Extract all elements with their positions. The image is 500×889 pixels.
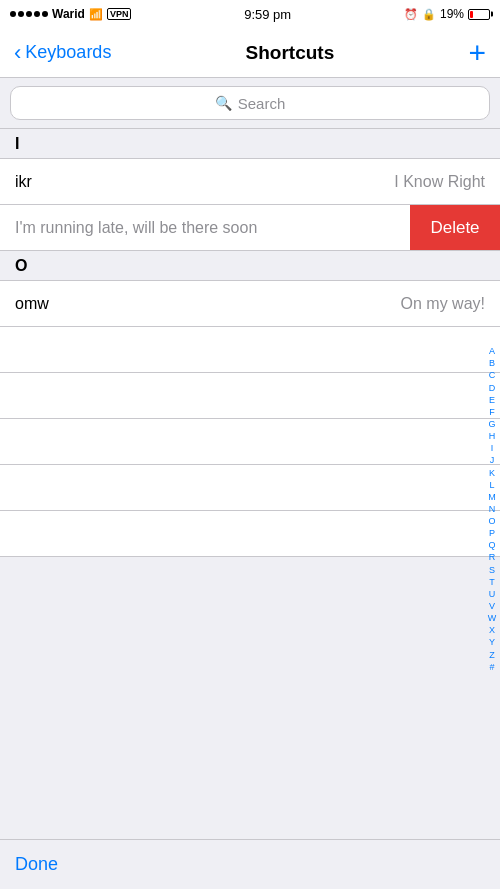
alpha-V[interactable]: V — [489, 600, 495, 612]
signal-dots — [10, 11, 48, 17]
alpha-X[interactable]: X — [489, 624, 495, 636]
status-bar: Warid 📶 VPN 9:59 pm ⏰ 🔒 19% — [0, 0, 500, 28]
empty-row — [0, 465, 500, 511]
battery-icon — [468, 9, 490, 20]
alpha-K[interactable]: K — [489, 467, 495, 479]
page-title: Shortcuts — [246, 42, 335, 64]
alpha-M[interactable]: M — [488, 491, 496, 503]
phrase-text: I Know Right — [394, 173, 485, 191]
shortcut-text: omw — [15, 295, 49, 313]
alpha-Y[interactable]: Y — [489, 636, 495, 648]
alpha-B[interactable]: B — [489, 357, 495, 369]
status-left: Warid 📶 VPN — [10, 7, 131, 21]
alpha-G[interactable]: G — [488, 418, 495, 430]
delete-row: I'm running late, will be there soon Del… — [0, 205, 500, 251]
search-box[interactable]: 🔍 Search — [10, 86, 490, 120]
status-time: 9:59 pm — [244, 7, 291, 22]
signal-dot — [42, 11, 48, 17]
shortcut-text: ikr — [15, 173, 32, 191]
main-content: 🔍 Search I ikr I Know Right I'm running … — [0, 78, 500, 889]
alpha-Z[interactable]: Z — [489, 649, 495, 661]
empty-row — [0, 419, 500, 465]
chevron-left-icon: ‹ — [14, 40, 21, 66]
section-header-o: O — [0, 251, 500, 281]
shortcuts-list: I ikr I Know Right I'm running late, wil… — [0, 129, 500, 889]
phrase-text: On my way! — [401, 295, 485, 313]
alpha-L[interactable]: L — [489, 479, 494, 491]
signal-dot — [18, 11, 24, 17]
battery-fill — [470, 11, 473, 18]
alpha-D[interactable]: D — [489, 382, 496, 394]
alpha-S[interactable]: S — [489, 564, 495, 576]
alpha-A[interactable]: A — [489, 345, 495, 357]
vpn-badge: VPN — [107, 8, 132, 20]
alpha-I[interactable]: I — [491, 442, 494, 454]
alpha-P[interactable]: P — [489, 527, 495, 539]
signal-dot — [34, 11, 40, 17]
empty-row — [0, 511, 500, 557]
alpha-hash[interactable]: # — [489, 661, 494, 673]
alpha-N[interactable]: N — [489, 503, 496, 515]
empty-row — [0, 327, 500, 373]
back-button[interactable]: ‹ Keyboards — [14, 40, 111, 66]
search-icon: 🔍 — [215, 95, 232, 111]
section-header-i: I — [0, 129, 500, 159]
search-placeholder: Search — [238, 95, 286, 112]
alarm-icon: ⏰ — [404, 8, 418, 21]
shortcut-swipe-text: I'm running late, will be there soon — [0, 219, 410, 237]
carrier-label: Warid — [52, 7, 85, 21]
lock-icon: 🔒 — [422, 8, 436, 21]
back-label: Keyboards — [25, 42, 111, 63]
list-item[interactable]: omw On my way! — [0, 281, 500, 327]
alpha-C[interactable]: C — [489, 369, 496, 381]
signal-dot — [10, 11, 16, 17]
empty-row — [0, 373, 500, 419]
alpha-E[interactable]: E — [489, 394, 495, 406]
wifi-icon: 📶 — [89, 8, 103, 21]
battery-pct: 19% — [440, 7, 464, 21]
alpha-Q[interactable]: Q — [488, 539, 495, 551]
signal-dot — [26, 11, 32, 17]
alpha-F[interactable]: F — [489, 406, 495, 418]
list-item[interactable]: ikr I Know Right — [0, 159, 500, 205]
alpha-W[interactable]: W — [488, 612, 497, 624]
alpha-R[interactable]: R — [489, 551, 496, 563]
alphabet-index: A B C D E F G H I J K L M N O P Q R S T … — [484, 129, 500, 889]
done-button[interactable]: Done — [15, 854, 58, 875]
add-button[interactable]: + — [468, 38, 486, 68]
alpha-O[interactable]: O — [488, 515, 495, 527]
nav-bar: ‹ Keyboards Shortcuts + — [0, 28, 500, 78]
alpha-T[interactable]: T — [489, 576, 495, 588]
alpha-U[interactable]: U — [489, 588, 496, 600]
alpha-J[interactable]: J — [490, 454, 495, 466]
status-right: ⏰ 🔒 19% — [404, 7, 490, 21]
done-bar: Done — [0, 839, 500, 889]
search-bar: 🔍 Search — [0, 78, 500, 129]
alpha-H[interactable]: H — [489, 430, 496, 442]
